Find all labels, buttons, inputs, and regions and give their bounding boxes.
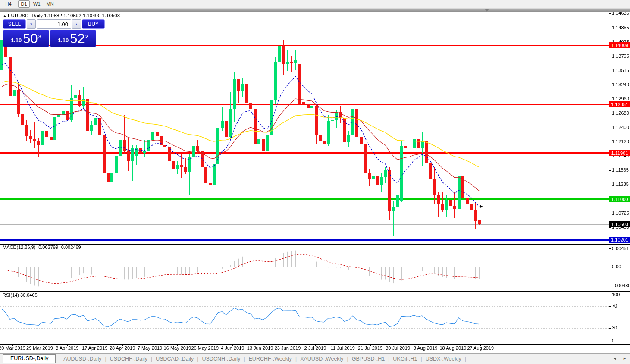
date-label: 11 Jul 2019: [331, 345, 355, 351]
rsi-label: RSI(14) 36.0405: [3, 292, 38, 298]
date-label: 13 Jun 2019: [247, 345, 273, 351]
chart-title-text: EURUSD-,Daily 1.10582 1.10592 1.10490 1.…: [8, 13, 120, 18]
macd-tick-label: -0.004806: [612, 283, 630, 289]
price-level-badge: 1.11901: [609, 150, 630, 156]
tab-usdxweekly[interactable]: USDX-,Weekly: [422, 356, 465, 362]
sell-pips: 50: [23, 32, 38, 45]
sell-quote-button[interactable]: 1.10503: [3, 30, 49, 47]
price-tick-label: 1.13240: [612, 82, 629, 88]
volume-increase-button[interactable]: ▴: [72, 19, 81, 29]
tab-usdcnhdaily[interactable]: USDCNH-,Daily: [198, 356, 244, 362]
buy-button[interactable]: BUY: [82, 19, 105, 29]
tab-scroll-left-icon[interactable]: ◄: [613, 356, 617, 361]
trading-terminal: H4D1W1MN ▲EURUSD-,Daily 1.10582 1.10592 …: [0, 0, 630, 364]
tab-xauusdweekly[interactable]: XAUUSD-,Weekly: [297, 356, 347, 362]
tab-divider: |: [465, 356, 466, 362]
date-label: 29 Mar 2019: [26, 345, 53, 351]
scroll-anchor-icon[interactable]: [485, 9, 489, 12]
date-label: 26 May 2019: [191, 345, 219, 351]
one-click-trading-panel: SELL ▾ ▴ BUY 1.10503 1.10522: [3, 19, 97, 47]
rsi-tick-label: 70: [612, 303, 617, 309]
timeframe-button-w1[interactable]: W1: [31, 0, 43, 8]
price-tick-label: 1.12400: [612, 125, 629, 130]
price-level-badge: 1.10503: [609, 221, 630, 227]
date-label: 23 Jun 2019: [275, 345, 301, 351]
chevron-down-icon: ▾: [30, 22, 32, 26]
sell-big-figure: 1.10: [11, 37, 22, 44]
date-label: 16 May 2019: [164, 345, 191, 351]
tab-usdcaddaily[interactable]: USDCAD-,Daily: [152, 356, 197, 362]
tab-eurusddaily[interactable]: EURUSD-,Daily: [3, 354, 56, 363]
price-tick-label: 1.11285: [612, 182, 629, 187]
price-level-badge: 1.14009: [609, 42, 630, 48]
timeframe-toolbar: H4D1W1MN: [0, 0, 630, 9]
tab-gbpusdh1[interactable]: GBPUSD-,H1: [348, 356, 388, 362]
price-tick-label: 1.10725: [612, 210, 629, 216]
price-tick-label: 1.14355: [612, 25, 629, 31]
sell-pipette: 3: [38, 33, 41, 40]
rsi-tick-label: 30: [612, 325, 617, 331]
date-label: 20 Mar 2019: [0, 345, 25, 351]
date-label: 8 Aug 2019: [414, 345, 438, 351]
date-label: 4 Jun 2019: [221, 345, 244, 351]
price-tick-label: 1.13515: [612, 68, 629, 73]
date-label: 18 Aug 2019: [439, 345, 466, 351]
tab-audusddaily[interactable]: AUDUSD-,Daily: [60, 356, 105, 362]
volume-decrease-button[interactable]: ▾: [27, 19, 36, 29]
sell-button[interactable]: SELL: [3, 19, 26, 29]
timeframe-button-h4[interactable]: H4: [3, 0, 14, 8]
tab-eurchfweekly[interactable]: EURCHF-,Weekly: [245, 356, 295, 362]
price-tick-label: 1.13795: [612, 53, 629, 59]
buy-big-figure: 1.10: [58, 37, 69, 44]
tab-items: EURUSD-,DailyAUDUSD-,Daily|USDCHF-,Daily…: [3, 355, 466, 364]
date-label: 2 Jul 2019: [304, 345, 326, 351]
rsi-tick-label: 100: [612, 292, 620, 298]
price-chart-canvas[interactable]: [0, 0, 630, 364]
macd-label: MACD(12,26,9) -0.002799 -0.002469: [3, 245, 81, 250]
price-level-badge: 1.11000: [609, 196, 630, 202]
price-level-badge: 1.12851: [609, 101, 630, 107]
date-label: 21 Jul 2019: [358, 345, 382, 351]
date-label: 17 Apr 2019: [82, 345, 107, 351]
volume-input[interactable]: [37, 19, 71, 29]
date-label: 7 May 2019: [138, 345, 162, 351]
chart-title: ▲EURUSD-,Daily 1.10582 1.10592 1.10490 1…: [3, 13, 120, 18]
price-level-badge: 1.10201: [609, 237, 630, 243]
tab-scroll-arrows: ◄ ►: [613, 356, 627, 361]
chevron-up-icon: ▴: [75, 22, 78, 26]
tab-usdchfdaily[interactable]: USDCHF-,Daily: [107, 356, 151, 362]
price-tick-label: 1.12960: [612, 96, 629, 102]
macd-tick-label: 0.00: [612, 264, 621, 270]
tab-scroll-right-icon[interactable]: ►: [623, 356, 627, 361]
price-tick-label: 1.12680: [612, 110, 629, 116]
timeframe-button-d1[interactable]: D1: [18, 0, 30, 8]
buy-pips: 52: [70, 32, 85, 45]
buy-pipette: 2: [85, 33, 88, 40]
rsi-tick-label: 0: [612, 338, 614, 344]
date-label: 28 Apr 2019: [110, 345, 135, 351]
date-label: 30 Jul 2019: [386, 345, 410, 351]
timeframe-button-mn[interactable]: MN: [44, 0, 56, 8]
date-label: 27 Aug 2019: [467, 345, 494, 351]
window-top-border: [0, 9, 630, 12]
macd-tick-label: 0.004517: [612, 246, 630, 251]
date-label: 8 Apr 2019: [56, 345, 78, 351]
chart-tab-bar: EURUSD-,DailyAUDUSD-,Daily|USDCHF-,Daily…: [0, 353, 630, 364]
symbol-marker-icon: ▲: [3, 14, 6, 18]
buy-quote-button[interactable]: 1.10522: [50, 30, 96, 47]
price-tick-label: 1.12120: [612, 139, 629, 144]
toolbar-separator: [16, 1, 16, 7]
price-tick-label: 1.11565: [612, 167, 629, 173]
tab-ukoilh1[interactable]: UKOil-,H1: [389, 356, 420, 362]
